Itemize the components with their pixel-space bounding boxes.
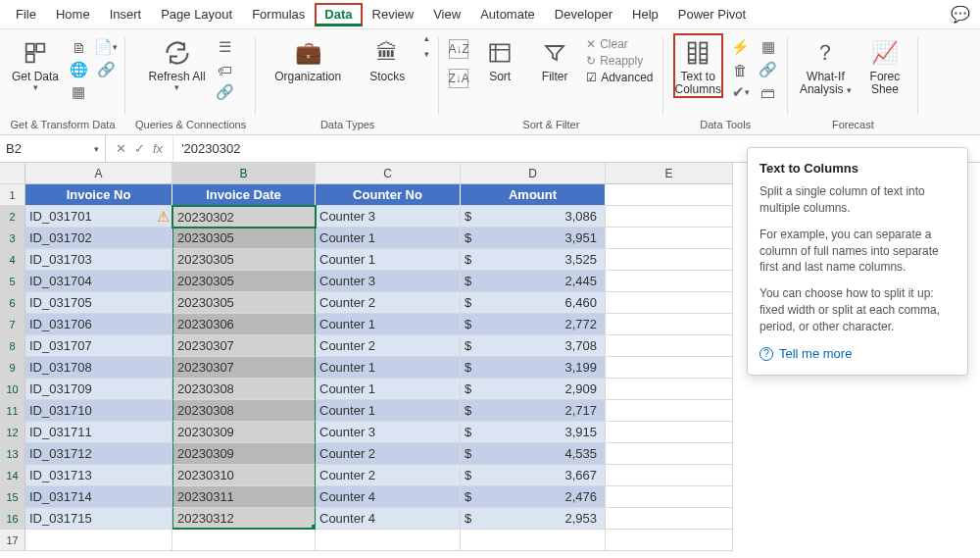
- cell-amount[interactable]: $4,535: [461, 443, 606, 465]
- cell[interactable]: [606, 206, 733, 228]
- cell[interactable]: [606, 400, 733, 422]
- cell-invoice-date[interactable]: 20230308: [172, 379, 316, 400]
- row-header[interactable]: 3: [0, 228, 25, 249]
- cell-amount[interactable]: $2,772: [461, 314, 606, 335]
- cell[interactable]: [606, 379, 733, 400]
- get-data-button[interactable]: Get Data ▾: [10, 33, 61, 95]
- sort-asc-icon[interactable]: A↓Z: [449, 39, 468, 59]
- cell-invoice-no[interactable]: ID_031707: [25, 335, 172, 357]
- cell[interactable]: [606, 357, 733, 379]
- cell-invoice-date[interactable]: 20230309: [172, 422, 316, 443]
- cell-invoice-no[interactable]: ID_031710: [25, 400, 172, 422]
- edit-links-icon[interactable]: 🔗: [216, 82, 235, 102]
- cell-amount[interactable]: $3,525: [461, 249, 606, 271]
- table-header[interactable]: Amount: [461, 184, 606, 206]
- row-header[interactable]: 10: [0, 379, 25, 400]
- cell[interactable]: [25, 530, 172, 551]
- cell[interactable]: [606, 335, 733, 357]
- col-header[interactable]: B: [172, 163, 316, 184]
- cell-invoice-date[interactable]: 20230306: [172, 314, 316, 335]
- cell-amount[interactable]: $2,717: [461, 400, 606, 422]
- tab-power-pivot[interactable]: Power Pivot: [668, 3, 756, 26]
- select-all-corner[interactable]: [0, 163, 25, 184]
- cell-counter-no[interactable]: Counter 1: [316, 400, 461, 422]
- cell[interactable]: [606, 292, 733, 314]
- cell-invoice-date[interactable]: 20230307: [172, 335, 316, 357]
- cell[interactable]: [606, 271, 733, 292]
- queries-icon[interactable]: ☰: [216, 37, 235, 57]
- cell[interactable]: [606, 422, 733, 443]
- table-header[interactable]: Counter No: [316, 184, 461, 206]
- cell-counter-no[interactable]: Counter 3: [316, 422, 461, 443]
- cell-invoice-date[interactable]: 20230305: [172, 271, 316, 292]
- sort-desc-icon[interactable]: Z↓A: [449, 69, 468, 88]
- cell-counter-no[interactable]: Counter 1: [316, 228, 461, 249]
- cell-invoice-date[interactable]: 20230305: [172, 228, 316, 249]
- tab-home[interactable]: Home: [46, 3, 100, 26]
- table-header[interactable]: Invoice Date: [172, 184, 316, 206]
- cell[interactable]: [606, 486, 733, 508]
- existing-conn-icon[interactable]: 🔗: [96, 60, 116, 79]
- table-header[interactable]: Invoice No: [25, 184, 172, 206]
- tab-view[interactable]: View: [423, 3, 470, 26]
- cell-counter-no[interactable]: Counter 2: [316, 335, 461, 357]
- row-header[interactable]: 9: [0, 357, 25, 379]
- cell-invoice-no[interactable]: ID_031709: [25, 379, 172, 400]
- row-header[interactable]: 12: [0, 422, 25, 443]
- tab-file[interactable]: File: [6, 3, 46, 26]
- cell-invoice-no[interactable]: ID_031705: [25, 292, 172, 314]
- cell-counter-no[interactable]: Counter 2: [316, 443, 461, 465]
- forecast-sheet-button[interactable]: 📈 Forec Shee: [861, 33, 908, 98]
- cell-amount[interactable]: $3,199: [461, 357, 606, 379]
- data-validation-icon[interactable]: ✔▾: [731, 82, 751, 102]
- tab-insert[interactable]: Insert: [100, 3, 152, 26]
- tab-developer[interactable]: Developer: [545, 3, 622, 26]
- cell-invoice-date[interactable]: 20230305: [172, 292, 316, 314]
- cell-amount[interactable]: $3,086: [461, 206, 606, 228]
- tab-help[interactable]: Help: [622, 3, 668, 26]
- cell-counter-no[interactable]: Counter 1: [316, 249, 461, 271]
- row-header[interactable]: 13: [0, 443, 25, 465]
- refresh-all-button[interactable]: Refresh All ▾: [147, 33, 208, 95]
- what-if-button[interactable]: ？ What-If Analysis ▾: [798, 33, 854, 98]
- text-to-columns-button[interactable]: Text to Columns: [673, 33, 723, 98]
- cell-invoice-no[interactable]: ID_031714: [25, 486, 172, 508]
- stocks-button[interactable]: 🏛 Stocks: [358, 33, 416, 85]
- cell-counter-no[interactable]: Counter 1: [316, 314, 461, 335]
- cell-invoice-date[interactable]: 20230308: [172, 400, 316, 422]
- tab-page-layout[interactable]: Page Layout: [151, 3, 242, 26]
- properties-icon[interactable]: 🏷: [216, 60, 235, 79]
- cell-amount[interactable]: $2,445: [461, 271, 606, 292]
- col-header[interactable]: E: [606, 163, 733, 184]
- cell-amount[interactable]: $3,667: [461, 465, 606, 486]
- tab-data[interactable]: Data: [315, 3, 362, 26]
- comments-icon[interactable]: 💬: [951, 5, 970, 24]
- row-header[interactable]: 7: [0, 314, 25, 335]
- row-header[interactable]: 6: [0, 292, 25, 314]
- cell[interactable]: [606, 314, 733, 335]
- reapply-filter-button[interactable]: ↻Reapply: [586, 54, 653, 68]
- cell-amount[interactable]: $6,460: [461, 292, 606, 314]
- chevron-up-icon[interactable]: ▴: [424, 33, 429, 43]
- row-header[interactable]: 4: [0, 249, 25, 271]
- cell-amount[interactable]: $2,953: [461, 508, 606, 530]
- cell-invoice-no[interactable]: ID_031713: [25, 465, 172, 486]
- cell-amount[interactable]: $2,476: [461, 486, 606, 508]
- cell-counter-no[interactable]: Counter 4: [316, 508, 461, 530]
- cell-invoice-no[interactable]: ID_031701⚠: [25, 206, 172, 228]
- cell[interactable]: [606, 530, 733, 551]
- row-header[interactable]: 17: [0, 530, 25, 551]
- from-text-icon[interactable]: 🗎: [69, 37, 88, 57]
- cell-invoice-date[interactable]: 20230305: [172, 249, 316, 271]
- enter-icon[interactable]: ✓: [134, 141, 145, 156]
- cell-invoice-date[interactable]: 20230310: [172, 465, 316, 486]
- cell[interactable]: [606, 465, 733, 486]
- col-header[interactable]: D: [461, 163, 606, 184]
- cell-counter-no[interactable]: Counter 2: [316, 465, 461, 486]
- cell[interactable]: [172, 530, 316, 551]
- cell-amount[interactable]: $3,708: [461, 335, 606, 357]
- col-header[interactable]: A: [25, 163, 172, 184]
- cell[interactable]: [606, 249, 733, 271]
- from-web-icon[interactable]: 🌐: [69, 60, 88, 79]
- cell-invoice-date[interactable]: 20230312: [172, 508, 316, 530]
